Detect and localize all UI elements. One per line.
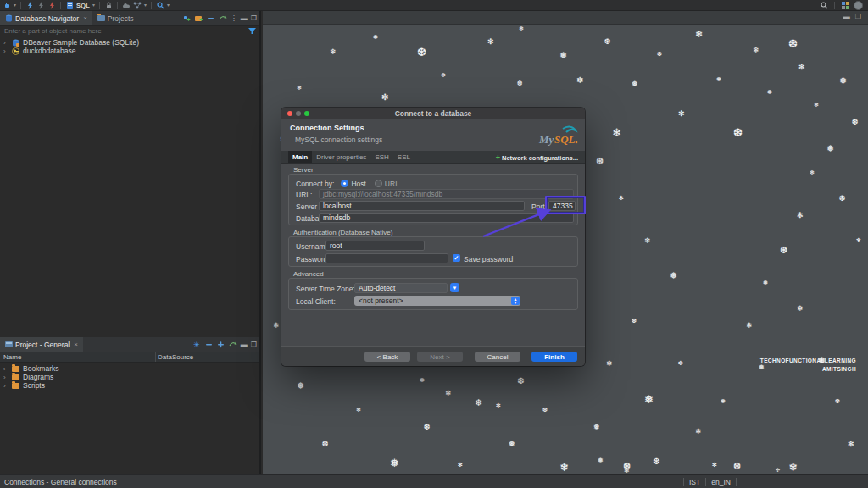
expand-chevron-icon[interactable]: › xyxy=(3,374,8,381)
minimize-editor-icon[interactable]: ▬ xyxy=(843,14,850,20)
snowflake-icon: ❄ xyxy=(753,47,760,54)
transaction-icon[interactable] xyxy=(47,1,56,9)
expand-chevron-icon[interactable]: › xyxy=(3,365,8,373)
host-radio-label[interactable]: Host xyxy=(351,180,365,188)
tree-item-duckdb[interactable]: ›duckdbdatabase xyxy=(0,47,259,55)
snowflake-icon: ❆ xyxy=(517,377,524,385)
save-password-label[interactable]: Save password xyxy=(464,255,513,263)
snowflake-icon: ❄ xyxy=(695,30,703,39)
dialog-tab-driver-properties[interactable]: Driver properties xyxy=(312,151,370,163)
project-item-scripts[interactable]: ›Scripts xyxy=(0,381,259,390)
statusbar-divider xyxy=(705,478,706,486)
advanced-groupbox: Server Time Zone: Auto-detect ▼ Local Cl… xyxy=(288,278,578,310)
snowflake-icon: ❄ xyxy=(356,407,361,413)
network-dropdown-caret[interactable]: ▾ xyxy=(144,3,147,8)
connection-plug-icon[interactable] xyxy=(3,1,11,9)
refresh-star-icon[interactable]: ✳ xyxy=(193,341,202,349)
timezone-combo[interactable]: Auto-detect xyxy=(354,283,448,293)
username-input[interactable]: root xyxy=(326,241,425,251)
url-radio-label[interactable]: URL xyxy=(385,180,399,188)
commit-icon[interactable] xyxy=(25,1,34,9)
port-input[interactable]: 47335 xyxy=(548,201,576,211)
tree-item-dbeaver-sample[interactable]: ›DBeaver Sample Database (SQLite) xyxy=(0,38,259,47)
auth-group-label: Authentication (Database Native) xyxy=(293,229,392,236)
snowflake-icon: ❅ xyxy=(721,398,726,404)
dialog-header-subtitle: MySQL connection settings xyxy=(295,136,382,144)
new-connection-icon[interactable]: + xyxy=(183,14,192,23)
cancel-button[interactable]: Cancel xyxy=(475,352,520,362)
snowflake-icon: ❄ xyxy=(559,462,569,473)
tab-project-general[interactable]: Project - General× xyxy=(0,337,83,352)
tab-database-navigator[interactable]: Database Navigator× xyxy=(0,11,92,25)
local-client-popup[interactable]: <not present> ▲▼ xyxy=(354,296,520,306)
connection-dropdown-caret[interactable]: ▾ xyxy=(14,3,16,8)
lock-icon[interactable] xyxy=(104,1,113,9)
timezone-indicator[interactable]: IST xyxy=(689,478,700,486)
snowflake-icon: ❄ xyxy=(814,102,819,108)
global-search-icon[interactable] xyxy=(820,2,828,10)
save-password-checkbox[interactable]: ✓ xyxy=(453,254,460,262)
user-avatar[interactable] xyxy=(854,1,863,10)
expand-chevron-icon[interactable]: › xyxy=(3,47,8,55)
database-input[interactable]: mindsdb xyxy=(319,213,574,223)
finish-button[interactable]: Finish xyxy=(531,352,577,362)
back-button[interactable]: < Back xyxy=(364,352,410,362)
project-table-header[interactable]: Name DataSource xyxy=(0,352,259,363)
sql-editor-label[interactable]: SQL xyxy=(76,2,90,9)
minimize-panel-icon[interactable]: ▬ xyxy=(241,15,248,22)
maximize-editor-icon[interactable]: ❒ xyxy=(855,14,861,20)
close-tab-icon[interactable]: × xyxy=(74,341,78,348)
dialog-button-bar: < Back Next > Cancel Finish xyxy=(281,346,585,366)
expand-icon[interactable] xyxy=(217,341,225,349)
host-radio[interactable] xyxy=(341,180,348,187)
project-item-diagrams[interactable]: ›Diagrams xyxy=(0,373,259,381)
sql-editor-icon[interactable] xyxy=(65,1,74,9)
auth-groupbox: Username: root Password: ✓ Save password xyxy=(288,236,578,267)
view-menu-icon[interactable]: ⋮ xyxy=(231,15,237,22)
dialog-tab-ssl[interactable]: SSL xyxy=(393,151,415,163)
snowflake-icon: ❅ xyxy=(670,271,677,280)
snowflake-icon: ❅ xyxy=(297,381,304,391)
locale-indicator[interactable]: en_IN xyxy=(711,478,731,486)
snowflake-icon: ✻ xyxy=(381,93,388,102)
snowflake-icon: ❄ xyxy=(519,25,524,31)
perspective-grid-icon[interactable] xyxy=(841,2,849,10)
url-radio[interactable] xyxy=(375,180,382,187)
rollback-icon[interactable] xyxy=(36,1,45,9)
new-folder-icon[interactable]: + xyxy=(195,14,203,23)
cloud-icon[interactable] xyxy=(122,1,131,9)
dialog-titlebar[interactable]: Connect to a database xyxy=(281,108,585,120)
editor-tab-strip: ▬ ❒ xyxy=(263,11,868,25)
dialog-tab-ssh[interactable]: SSH xyxy=(370,151,392,163)
timezone-dropdown-button[interactable]: ▼ xyxy=(450,283,459,292)
url-input[interactable]: jdbc:mysql://localhost:47335/mindsdb xyxy=(319,189,574,199)
next-button[interactable]: Next > xyxy=(417,352,463,362)
server-host-input[interactable]: localhost xyxy=(319,201,525,211)
minimize-panel-icon[interactable]: ▬ xyxy=(241,341,248,348)
dialog-tab-main[interactable]: Main xyxy=(288,151,312,163)
close-tab-icon[interactable]: × xyxy=(83,14,87,22)
project-item-bookmarks[interactable]: ›Bookmarks xyxy=(0,364,259,373)
link-editor-icon[interactable] xyxy=(219,14,227,23)
maximize-panel-icon[interactable]: ❒ xyxy=(251,15,257,22)
snowflake-icon: ❆ xyxy=(596,157,604,166)
sql-dropdown-caret[interactable]: ▾ xyxy=(92,3,95,8)
collapse-icon[interactable] xyxy=(205,341,214,349)
collapse-all-icon[interactable] xyxy=(207,14,215,23)
tab-projects[interactable]: Projects xyxy=(92,11,139,25)
expand-chevron-icon[interactable]: › xyxy=(3,382,8,390)
password-input[interactable] xyxy=(326,253,448,263)
desktop: ▾ SQL ▾ ▾ ▾ xyxy=(0,0,868,488)
maximize-panel-icon[interactable]: ❒ xyxy=(251,341,257,348)
network-share-icon[interactable] xyxy=(133,1,142,9)
expand-chevron-icon[interactable]: › xyxy=(3,39,8,47)
snowflake-icon: ✻ xyxy=(487,38,494,46)
search-dropdown-caret[interactable]: ▾ xyxy=(167,3,170,8)
search-toolbar-icon[interactable] xyxy=(156,1,164,9)
network-configurations-link[interactable]: + Network configurations... xyxy=(496,153,578,162)
snowflake-icon: ❅ xyxy=(420,377,425,383)
toolbar-separator xyxy=(117,2,118,9)
link-icon[interactable] xyxy=(229,341,237,349)
filter-funnel-icon[interactable] xyxy=(248,27,256,36)
navigator-filter[interactable]: Enter a part of object name here xyxy=(0,26,259,36)
